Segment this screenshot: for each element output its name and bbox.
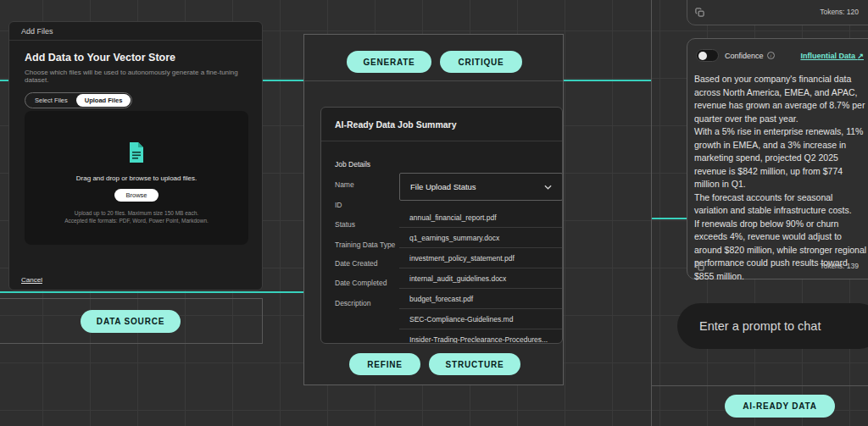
response-card-header: Confidence i Influential Data ↗ [687, 39, 868, 62]
document-icon [127, 141, 146, 167]
job-summary-title: AI-Ready Data Job Summary [321, 108, 562, 141]
field-label-description: Description [335, 299, 371, 307]
chevron-down-icon [544, 185, 552, 190]
node-editor-canvas: Add Files Add Data to Your Vector Store … [0, 0, 868, 426]
file-dropzone[interactable]: Drag and drop or browse to upload files.… [25, 111, 248, 245]
dropzone-instruction: Drag and drop or browse to upload files. [76, 174, 197, 182]
response-paragraph: With a 5% rise in enterprise renewals, 1… [694, 125, 868, 191]
field-label-training-data-type: Training Data Type [335, 241, 395, 249]
refine-button[interactable]: REFINE [349, 353, 420, 375]
modal-title: Add Data to Your Vector Store [25, 52, 247, 64]
file-source-tabs: Select Files Upload Files [25, 92, 132, 108]
response-text: Based on your company's financial data a… [694, 73, 868, 283]
dropzone-note-line2: Accepted file formats: PDF, Word, Power … [64, 217, 209, 224]
right-column-divider [651, 0, 652, 426]
data-source-button[interactable]: DATA SOURCE [81, 310, 181, 333]
response-paragraph: If renewals drop below 90% or churn exce… [694, 218, 868, 284]
add-files-modal: Add Files Add Data to Your Vector Store … [8, 21, 263, 290]
file-upload-status-value: File Upload Status [410, 182, 476, 191]
modal-subtitle: Choose which files will be used to auton… [25, 69, 247, 84]
response-card: Confidence i Influential Data ↗ Based on… [687, 38, 868, 279]
file-row[interactable]: investment_policy_statement.pdf [399, 248, 563, 268]
prompt-input[interactable] [699, 319, 865, 333]
prompt-pill [677, 303, 868, 349]
modal-header-title: Add Files [21, 27, 53, 36]
file-row[interactable]: budget_forecast.pdf [399, 289, 563, 309]
cancel-link[interactable]: Cancel [21, 276, 42, 284]
field-label-date-created: Date Created [335, 259, 378, 268]
file-row[interactable]: q1_earnings_summary.docx [399, 228, 563, 248]
job-summary-card: AI-Ready Data Job Summary Job Details Na… [320, 107, 563, 344]
job-summary-right-column: File Upload Status annual_financial_repo… [399, 173, 563, 344]
token-count: Tokens: 120 [820, 8, 859, 16]
external-link-arrow-icon: ↗ [857, 52, 864, 60]
browse-button[interactable]: Browse [114, 189, 158, 202]
job-details-section-label: Job Details [335, 160, 370, 169]
workflow-panel-header [304, 35, 563, 81]
toggle-knob [698, 52, 707, 60]
dropzone-note: Upload up to 20 files. Maximum size 150 … [64, 209, 209, 224]
ai-ready-data-button[interactable]: AI-READY DATA [725, 395, 835, 418]
dropzone-note-line1: Upload up to 20 files. Maximum size 150 … [64, 209, 209, 217]
tab-select-files[interactable]: Select Files [26, 94, 76, 107]
influential-data-link[interactable]: Influential Data ↗ [800, 52, 864, 60]
file-list: annual_financial_report.pdf q1_earnings_… [399, 207, 563, 344]
previous-response-card: Tokens: 120 [687, 0, 868, 25]
generate-button[interactable]: GENERATE [347, 51, 431, 73]
data-source-node: DATA SOURCE [0, 298, 263, 344]
file-row[interactable]: internal_audit_guidelines.docx [399, 268, 563, 289]
critique-button[interactable]: CRITIQUE [440, 51, 522, 73]
response-paragraph: Based on your company's financial data a… [694, 73, 868, 125]
file-row[interactable]: SEC-Compliance-Guidelines.md [399, 309, 563, 329]
structure-button[interactable]: STRUCTURE [429, 353, 520, 375]
file-row[interactable]: Insider-Trading-Preclearance-Procedures.… [399, 329, 563, 344]
field-label-name: Name [335, 180, 354, 189]
connector-line-right [652, 218, 687, 219]
tab-upload-files[interactable]: Upload Files [76, 94, 131, 107]
workflow-panel: GENERATE CRITIQUE AI-Ready Data Job Summ… [303, 34, 564, 385]
field-label-date-completed: Date Completed [335, 279, 387, 287]
confidence-toggle[interactable] [696, 49, 719, 62]
connector-line-left-bottom [0, 291, 303, 293]
token-count: Tokens: 139 [820, 262, 859, 270]
right-footer-divider [652, 385, 868, 386]
field-label-id: ID [335, 201, 342, 209]
modal-header: Add Files [9, 22, 262, 41]
file-row[interactable]: annual_financial_report.pdf [399, 207, 563, 228]
response-paragraph: The forecast accounts for seasonal varia… [694, 191, 868, 218]
file-upload-status-dropdown[interactable]: File Upload Status [399, 173, 563, 201]
field-label-status: Status [335, 220, 355, 229]
confidence-label: Confidence [725, 52, 764, 60]
copy-icon[interactable] [695, 8, 704, 17]
info-icon[interactable]: i [767, 52, 775, 59]
copy-icon[interactable] [695, 262, 704, 271]
